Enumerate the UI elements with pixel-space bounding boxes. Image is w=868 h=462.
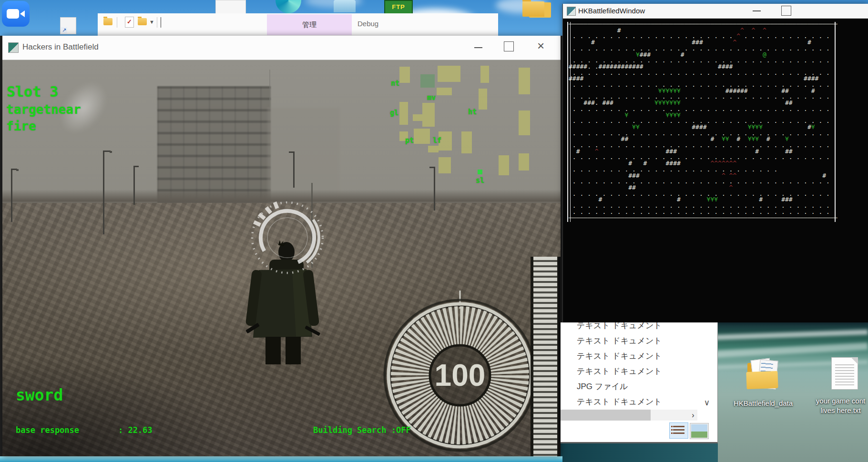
ascii-map: ────────────────────────────────────────… [569, 21, 837, 221]
street-lamp [293, 151, 295, 188]
file-row[interactable]: テキスト ドキュメント [577, 349, 696, 364]
tab-manage[interactable]: 管理 [267, 14, 352, 35]
minimize-button[interactable] [474, 47, 482, 48]
street-lamp-arm [429, 167, 435, 168]
folder-icon[interactable] [103, 18, 112, 25]
street-lamp-head [16, 169, 19, 171]
hud-weapon: sword [16, 386, 63, 404]
camera-lens-icon [20, 10, 25, 17]
separator [157, 17, 157, 28]
street-lamp-arm [133, 166, 139, 167]
file-row[interactable]: テキスト ドキュメント [577, 364, 696, 379]
desktop-wallpaper-sea-dark [561, 442, 718, 462]
file-row[interactable]: JPG ファイル [577, 379, 696, 394]
text-cursor [161, 17, 161, 28]
hud-slot: Slot 3 [7, 83, 58, 100]
dropdown-caret-icon[interactable]: ▼ [149, 19, 154, 25]
folder-icon-hkbattlefield-data[interactable] [746, 361, 778, 389]
game-window-title: Hackers in Battlefield [22, 42, 99, 52]
gauge-value: 100 [435, 358, 486, 392]
street-lamp [434, 167, 435, 211]
file-row[interactable]: テキスト ドキュメント [577, 333, 696, 349]
ascii-map-left-border [567, 22, 571, 222]
street-lamp-head [110, 151, 112, 153]
vertical-stripe-gauge [531, 257, 561, 456]
close-button[interactable]: × [537, 40, 544, 52]
zoom-app-icon[interactable] [2, 1, 30, 27]
horizontal-scrollbar[interactable] [561, 410, 697, 421]
folder-icon[interactable] [138, 18, 147, 25]
scroll-down-arrow[interactable]: ∨ [701, 397, 713, 409]
separator [117, 17, 117, 28]
text-file-icon[interactable] [831, 357, 858, 390]
browser-swirl-icon[interactable] [276, 0, 301, 13]
details-view-icon [673, 426, 684, 435]
desktop-icon-label[interactable]: your game cont lives here.txt [813, 396, 868, 415]
console-app-icon [567, 7, 576, 16]
street-lamp [103, 151, 104, 234]
street-lamp [11, 169, 12, 222]
view-details-button[interactable] [669, 422, 688, 439]
camera-icon [7, 9, 19, 19]
hud-base-response: base response : 22.63 [16, 425, 153, 435]
antenna-mast [269, 70, 270, 109]
file-row[interactable]: テキスト ドキュメント [577, 394, 696, 410]
maximize-button[interactable] [781, 6, 791, 16]
game-app-icon [8, 42, 19, 53]
scrollbar-thumb[interactable] [561, 410, 651, 421]
document-icon[interactable] [215, 0, 246, 14]
explorer-window-title: Debug [357, 20, 378, 28]
file-row[interactable]: テキスト ドキュメント [577, 322, 696, 333]
game-titlebar[interactable]: Hackers in Battlefield × [2, 36, 561, 60]
ascii-map-right-border [835, 22, 836, 222]
explorer-ribbon-band: ✓ ▼ 管理 Debug [98, 13, 498, 36]
shortcut-arrow-icon: ↗ [61, 27, 67, 33]
ftp-app-icon[interactable]: FTP [384, 0, 413, 13]
maximize-button[interactable] [504, 41, 514, 51]
game-scene: 100 [2, 60, 561, 456]
view-thumbnails-button[interactable] [690, 423, 708, 439]
scroll-right-arrow[interactable]: › [688, 410, 698, 421]
console-window: HKBattlefiledWindow ────────────────────… [562, 4, 868, 322]
minimize-button[interactable] [753, 10, 761, 11]
app-icon[interactable] [334, 0, 356, 12]
game-window: 100 Slot 3 targetnear fire sword base re… [2, 36, 561, 456]
folder-front [746, 371, 778, 389]
console-titlebar[interactable]: HKBattlefiledWindow [563, 4, 868, 19]
console-window-title: HKBattlefiledWindow [578, 7, 645, 15]
ascii-map-line: ────────────────────────────────────────… [569, 215, 837, 221]
text-file-lines [835, 364, 854, 385]
hud-building-search: Building Search :OFF [313, 425, 411, 435]
target-reticle [245, 195, 330, 281]
street-lamp [133, 166, 135, 205]
properties-check-icon[interactable]: ✓ [125, 17, 134, 28]
explorer-file-panel: テキスト ドキュメントテキスト ドキュメントテキスト ドキュメントテキスト ドキ… [561, 322, 718, 443]
desktop-shortcut-icon[interactable]: ↗ [60, 17, 76, 34]
desktop-wallpaper-sea [0, 456, 562, 462]
desktop-screen: ↗ FTP ✓ ▼ 管理 Debug HKBattlefield_data yo… [0, 0, 868, 462]
file-list: テキスト ドキュメントテキスト ドキュメントテキスト ドキュメントテキスト ドキ… [577, 322, 696, 410]
hud-fire: fire [6, 119, 36, 133]
street-lamp-arm [289, 151, 294, 153]
desktop-icon-label[interactable]: HKBattlefield_data [731, 399, 795, 407]
hud-targetnear: targetnear [6, 102, 81, 117]
folder-pair-icon[interactable] [522, 1, 544, 17]
